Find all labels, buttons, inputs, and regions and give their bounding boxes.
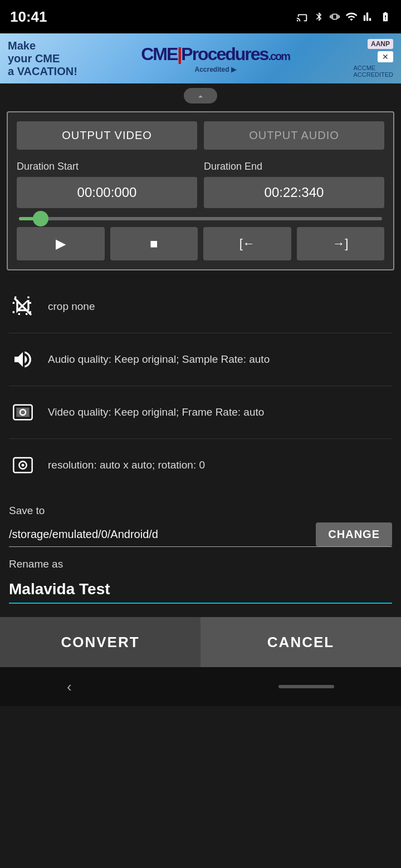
ad-line3: a VACATION! — [8, 65, 77, 78]
video-quality-icon — [9, 398, 37, 426]
mark-in-button[interactable]: [← — [203, 227, 291, 260]
ad-banner: Make your CME a VACATION! CME|Procedures… — [0, 33, 401, 83]
output-video-tab[interactable]: OUTPUT VIDEO — [17, 121, 197, 150]
rename-as-label: Rename as — [9, 558, 392, 570]
rename-input[interactable] — [9, 576, 392, 604]
svg-point-6 — [22, 464, 25, 467]
settings-list: crop none Audio quality: Keep original; … — [0, 276, 401, 496]
ad-tagline: Accredited ▶ — [194, 66, 236, 73]
stop-button[interactable]: ■ — [110, 227, 198, 260]
ad-line1: Make — [8, 40, 77, 52]
bottom-nav: ‹ — [0, 667, 401, 706]
signal-icon — [363, 11, 374, 23]
audio-quality-setting[interactable]: Audio quality: Keep original; Sample Rat… — [9, 333, 392, 386]
ad-text: Make your CME a VACATION! — [8, 40, 77, 78]
ad-close-button[interactable]: ✕ — [378, 51, 393, 62]
mark-out-button[interactable]: →] — [297, 227, 385, 260]
ad-aanp-badge: AANP — [368, 39, 393, 49]
slider-thumb[interactable] — [33, 211, 48, 226]
slider-track — [19, 217, 382, 220]
duration-start-block: Duration Start 00:00:000 — [17, 161, 197, 208]
save-to-label: Save to — [9, 505, 392, 517]
vibrate-icon — [330, 11, 340, 23]
cast-icon — [296, 11, 309, 23]
save-path-row: CHANGE — [9, 522, 392, 547]
stop-icon: ■ — [150, 236, 158, 251]
duration-end-value[interactable]: 00:22:340 — [204, 177, 384, 208]
convert-button[interactable]: CONVERT — [0, 617, 200, 667]
duration-start-label: Duration Start — [17, 161, 197, 172]
video-quality-text: Video quality: Keep original; Frame Rate… — [48, 406, 392, 418]
play-button[interactable]: ▶ — [17, 227, 105, 260]
status-time: 10:41 — [10, 8, 47, 26]
scroll-circle — [184, 88, 217, 103]
cancel-button[interactable]: CANCEL — [200, 617, 401, 667]
save-section: Save to CHANGE Rename as — [0, 496, 401, 604]
crop-text: crop none — [48, 300, 392, 313]
status-icons — [296, 11, 391, 23]
bluetooth-icon — [314, 11, 324, 23]
wifi-icon — [345, 11, 358, 23]
play-icon: ▶ — [56, 236, 66, 251]
playback-controls: ▶ ■ [← →] — [17, 227, 384, 260]
duration-section: Duration Start 00:00:000 Duration End 00… — [17, 161, 384, 208]
ad-logo-block: CME|Procedures.com Accredited ▶ — [141, 44, 290, 73]
home-indicator[interactable] — [278, 685, 334, 688]
audio-text: Audio quality: Keep original; Sample Rat… — [48, 353, 392, 366]
action-buttons: CONVERT CANCEL — [0, 617, 401, 667]
duration-end-block: Duration End 00:22:340 — [204, 161, 384, 208]
video-quality-setting[interactable]: Video quality: Keep original; Frame Rate… — [9, 386, 392, 439]
crop-icon — [9, 293, 37, 320]
scroll-hint — [0, 83, 401, 106]
audio-icon — [9, 346, 37, 373]
output-tabs: OUTPUT VIDEO OUTPUT AUDIO — [17, 121, 384, 150]
crop-setting[interactable]: crop none — [9, 280, 392, 333]
ad-right-block: AANP ✕ ACCMEACCREDITED — [353, 39, 393, 78]
resolution-text: resolution: auto x auto; rotation: 0 — [48, 459, 392, 471]
save-path-input[interactable] — [9, 522, 316, 546]
ad-brand: CME|Procedures.com — [141, 44, 290, 65]
duration-start-value[interactable]: 00:00:000 — [17, 177, 197, 208]
ad-accredited: ACCMEACCREDITED — [353, 65, 393, 78]
resolution-icon — [9, 451, 37, 479]
mark-out-icon: →] — [332, 236, 348, 251]
ad-line2: your CME — [8, 52, 77, 65]
battery-icon — [380, 11, 391, 23]
seek-slider[interactable] — [17, 217, 384, 220]
mark-in-icon: [← — [239, 236, 255, 251]
change-button[interactable]: CHANGE — [316, 522, 392, 546]
resolution-setting[interactable]: resolution: auto x auto; rotation: 0 — [9, 439, 392, 491]
status-bar: 10:41 — [0, 0, 401, 33]
duration-end-label: Duration End — [204, 161, 384, 172]
output-audio-tab[interactable]: OUTPUT AUDIO — [204, 121, 384, 150]
video-panel: OUTPUT VIDEO OUTPUT AUDIO Duration Start… — [7, 111, 394, 270]
back-button[interactable]: ‹ — [67, 678, 72, 696]
